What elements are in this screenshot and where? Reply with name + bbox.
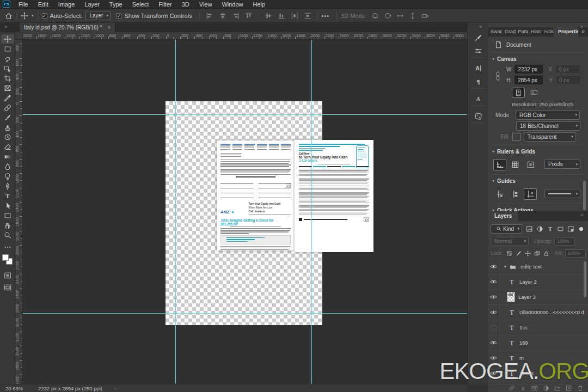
guide-vertical-2[interactable] [311,40,312,384]
depth-dropdown[interactable]: 16 Bits/Channel▾ [516,121,580,131]
adjustment-layer-filter-icon[interactable] [536,225,543,232]
lock-guides-button[interactable] [524,188,537,200]
layer-name[interactable]: edite text [520,264,542,270]
smart-object-filter-icon[interactable] [567,225,574,232]
layer-filter-dropdown[interactable]: Kind▾ [491,224,522,234]
ruler-top[interactable]: 2000180016001400120010008006004002000200… [23,32,467,40]
layer-visibility-toggle[interactable] [488,305,500,320]
tab-swats[interactable]: Swats [488,27,502,36]
roll-3d-icon[interactable] [384,12,391,20]
toolbar-collapse-icon[interactable]: » [4,24,6,29]
distribute-h-icon[interactable] [291,12,298,20]
grid-button[interactable] [509,159,522,170]
slide-3d-icon[interactable] [409,12,416,20]
healing-tool[interactable] [1,103,14,112]
lock-transparency-icon[interactable] [506,250,512,256]
ruler-left[interactable]: 8006004002000200400600800100012001400160… [15,40,23,384]
layer-visibility-toggle[interactable] [488,259,500,274]
layer-name[interactable]: Layer 2 [519,279,537,285]
tab-layers[interactable]: Layers [488,211,518,221]
blend-mode-dropdown[interactable]: Normal▾ [491,237,529,246]
auto-select-dropdown[interactable]: Layer▾ [85,11,111,20]
portrait-orientation-button[interactable] [512,88,525,97]
menu-select[interactable]: Select [127,1,154,8]
menu-layer[interactable]: Layer [79,1,105,8]
tool-preset-caret[interactable]: ▾ [32,14,34,18]
align-left-icon[interactable] [206,12,213,20]
new-adjustment-icon[interactable] [543,385,549,391]
zoom-tool[interactable] [1,230,14,240]
tab-patte[interactable]: Patte [516,27,529,36]
tab-actio[interactable]: Actio [541,27,554,36]
mode-dropdown[interactable]: RGB Color▾ [516,111,580,120]
brush-tool[interactable] [1,113,14,122]
lock-image-icon[interactable] [516,250,522,256]
edit-toolbar-button[interactable] [1,242,14,252]
type-layer-filter-icon[interactable]: T [547,225,554,232]
layer-row-4[interactable]: T1ss [488,320,588,335]
type-tool[interactable]: T [1,191,14,200]
foreground-color[interactable] [2,254,9,261]
layer-name[interactable]: Layer 3 [518,294,536,300]
new-layer-icon[interactable] [566,385,572,391]
layer-style-icon[interactable]: fx [520,385,526,391]
quick-mask[interactable] [1,271,14,280]
x-field[interactable]: 0 px [555,65,580,74]
gradient-tool[interactable] [1,152,14,161]
lock-position-icon[interactable] [525,250,531,256]
brushes-panel-icon[interactable] [471,45,485,57]
home-icon[interactable] [5,12,13,20]
panel-collapse-icon[interactable]: » [580,24,582,29]
rulers-grids-header[interactable]: Rulers & Grids [497,149,535,155]
fill-dropdown[interactable]: Transparent▾ [524,132,576,142]
character-panel-icon[interactable]: A [471,62,485,74]
layer-row-5[interactable]: T169 [488,335,588,351]
group-expand-icon[interactable]: ▾ [504,264,506,269]
align-right-icon[interactable] [232,12,240,20]
units-dropdown[interactable]: Pixels▾ [544,160,580,169]
guide-horizontal-1[interactable] [23,114,467,115]
hand-tool[interactable] [1,220,14,230]
marquee-tool[interactable] [1,44,14,53]
camera-3d-icon[interactable] [421,12,429,20]
show-transform-checkbox[interactable]: ✓ [116,13,121,19]
pan-3d-icon[interactable] [396,12,404,20]
delete-layer-icon[interactable] [577,385,584,391]
link-layers-icon[interactable] [509,385,515,391]
filter-toggle[interactable] [579,227,583,231]
dock-collapse-icon[interactable]: » [479,24,481,29]
align-bottom-icon[interactable] [278,12,285,20]
pen-tool[interactable] [1,181,14,191]
document-tab[interactable]: Italy id.psd @ 20.7% (RGB/16) * × [20,23,115,32]
canvas-viewport[interactable]: ANZ ◥ Turn Your Equity into Cash When Ra… [23,40,467,384]
canvas-section-header[interactable]: Canvas [497,56,517,62]
auto-select-checkbox[interactable]: ✓ [42,13,47,19]
distribute-v-icon[interactable] [304,12,311,20]
eyedropper-tool[interactable] [1,93,14,102]
layers-scrollbar[interactable] [584,261,586,297]
lock-nested-icon[interactable] [534,250,540,256]
y-field[interactable]: 0 px [556,76,581,84]
layer-name[interactable]: 1ss [519,324,528,330]
guide-horizontal-2[interactable] [23,313,467,314]
blur-tool[interactable] [1,162,14,171]
layer-row-2[interactable]: Layer 3 [488,290,588,305]
menu-window[interactable]: Window [217,1,248,8]
more-options-button[interactable]: ••• [322,13,330,19]
tab-gradi[interactable]: Gradi [502,27,515,36]
layer-name[interactable]: cilla0000000...<<<<<<<<0 d [519,309,584,315]
zoom-level-field[interactable]: 20.66% [5,385,23,391]
layer-row-group[interactable]: ▾edite text [488,259,588,274]
menu-edit[interactable]: Edit [33,1,53,8]
rectangle-tool[interactable] [1,211,14,220]
tab-close-icon[interactable]: × [108,24,111,30]
align-center-v-icon[interactable] [265,12,272,20]
layer-visibility-toggle[interactable] [488,274,500,290]
brush-settings-icon[interactable] [471,32,485,44]
object-selection-tool[interactable] [1,64,14,73]
layer-fill-field[interactable]: 100% [565,249,586,258]
dodge-tool[interactable] [1,171,14,181]
add-mask-icon[interactable] [531,385,538,391]
lock-all-icon[interactable] [543,250,549,256]
opacity-field[interactable]: 100% [554,237,575,246]
